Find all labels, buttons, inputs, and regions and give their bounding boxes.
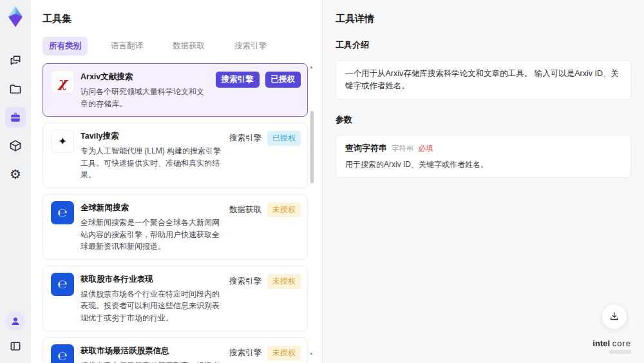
category-label: 搜索引擎 xyxy=(229,131,261,146)
sidebar-item-packages[interactable] xyxy=(5,135,26,156)
status-badge: 未授权 xyxy=(267,346,301,360)
tool-list-panel: 工具集 所有类别 语言翻译 数据获取 搜索引擎 χ Arxiv文献搜索 访问各个… xyxy=(31,0,322,363)
app-window: ⚙ 工 xyxy=(0,0,644,363)
sidebar-bottom xyxy=(5,311,26,357)
download-icon xyxy=(609,311,620,322)
core-logo-text: core xyxy=(612,338,631,348)
download-button[interactable] xyxy=(601,304,627,329)
tool-name: 获取股市各行业表现 xyxy=(80,274,223,285)
intel-core-logo: intel core xyxy=(592,338,631,354)
tool-name: 获取市场最活跃股票信息 xyxy=(80,346,223,357)
news-app-icon: ℮ xyxy=(51,201,74,224)
news-app-icon: ℮ xyxy=(51,344,74,363)
arxiv-icon: χ xyxy=(51,70,74,93)
intro-card: 一个用于从Arxiv存储库搜索科学论文和文章的工具。 输入可以是Arxiv ID… xyxy=(336,60,631,100)
tool-row-arxiv[interactable]: χ Arxiv文献搜索 访问各个研究领域大量科学论文和文章的存储库。 搜索引擎 … xyxy=(43,63,308,117)
toolbox-icon xyxy=(9,111,22,124)
news-app-icon: ℮ xyxy=(51,273,74,296)
tool-row-sector-performance[interactable]: ℮ 获取股市各行业表现 提供股票市场各个行业在特定时间段内的表现。投资者可以利用… xyxy=(43,266,308,331)
sidebar-item-toolbox[interactable] xyxy=(5,107,26,128)
sidebar-nav: ⚙ xyxy=(5,50,26,184)
panel-toggle-icon xyxy=(9,340,22,353)
tavily-sparkle-icon: ✦ xyxy=(51,130,74,153)
status-badge: 未授权 xyxy=(267,202,301,217)
page-title: 工具集 xyxy=(43,13,309,25)
intel-logo-text: intel xyxy=(592,338,610,348)
tab-all-categories[interactable]: 所有类别 xyxy=(43,37,88,55)
app-logo-gem-icon xyxy=(5,5,26,28)
user-avatar-button[interactable] xyxy=(6,311,25,331)
tool-description: 专为人工智能代理 (LLM) 构建的搜索引擎工具。可快速提供实时、准确和真实的结… xyxy=(80,145,223,181)
scroll-down-icon[interactable]: ▼ xyxy=(309,351,314,356)
tool-detail-panel: 工具详情 工具介绍 一个用于从Arxiv存储库搜索科学论文和文章的工具。 输入可… xyxy=(322,0,644,363)
tool-description: 提供股票市场各个行业在特定时间段内的表现。投资者可以利用这些信息来识别表现优于或… xyxy=(80,288,223,324)
category-badge[interactable]: 搜索引擎 xyxy=(216,72,260,88)
sidebar-item-chat[interactable] xyxy=(5,50,26,71)
tool-list: χ Arxiv文献搜索 访问各个研究领域大量科学论文和文章的存储库。 搜索引擎 … xyxy=(43,63,309,363)
gear-icon: ⚙ xyxy=(10,168,21,181)
sidebar-item-settings[interactable]: ⚙ xyxy=(5,164,26,184)
param-required-badge: 必填 xyxy=(419,144,433,153)
tab-data-fetching[interactable]: 数据获取 xyxy=(166,37,211,55)
category-label: 搜索引擎 xyxy=(229,346,261,360)
param-card: 查询字符串 字符串 必填 用于搜索的Arxiv ID、关键字或作者姓名。 xyxy=(336,135,631,178)
list-scrollbar[interactable]: ▲ ▼ xyxy=(310,64,314,361)
panel-toggle-button[interactable] xyxy=(5,336,26,357)
user-icon xyxy=(10,315,21,327)
param-name: 查询字符串 xyxy=(345,142,387,154)
detail-title: 工具详情 xyxy=(336,13,631,25)
chat-icon xyxy=(9,54,22,67)
tool-row-active-stocks[interactable]: ℮ 获取市场最活跃股票信息 提供当天交易量最高的股票列表，投资者可以利用这些信息… xyxy=(43,337,308,363)
tab-language-translation[interactable]: 语言翻译 xyxy=(104,37,149,55)
category-label: 数据获取 xyxy=(229,202,261,217)
tool-row-global-news[interactable]: ℮ 全球新闻搜索 全球新闻搜索是一个聚合全球各大新闻网站内容的搜索引擎，帮助用户… xyxy=(43,194,308,260)
intro-text: 一个用于从Arxiv存储库搜索科学论文和文章的工具。 输入可以是Arxiv ID… xyxy=(345,68,621,92)
scroll-up-icon[interactable]: ▲ xyxy=(309,64,314,69)
category-label: 搜索引擎 xyxy=(229,274,261,289)
tool-name: 全球新闻搜索 xyxy=(80,202,223,213)
params-heading: 参数 xyxy=(336,114,631,126)
category-tabs: 所有类别 语言翻译 数据获取 搜索引擎 xyxy=(43,37,309,55)
tool-name: Tavily搜索 xyxy=(80,131,223,142)
folder-icon xyxy=(9,83,22,95)
param-type: 字符串 xyxy=(392,144,414,153)
sidebar: ⚙ xyxy=(0,0,31,363)
intel-logo-subtext xyxy=(609,350,631,354)
status-badge[interactable]: 已授权 xyxy=(265,72,301,88)
tab-search-engine[interactable]: 搜索引擎 xyxy=(228,37,273,55)
cube-icon xyxy=(9,139,22,152)
tool-row-tavily[interactable]: ✦ Tavily搜索 专为人工智能代理 (LLM) 构建的搜索引擎工具。可快速提… xyxy=(43,123,308,188)
tool-name: Arxiv文献搜索 xyxy=(80,72,209,83)
status-badge: 未授权 xyxy=(267,274,301,289)
status-badge: 已授权 xyxy=(267,131,301,146)
tool-description: 提供当天交易量最高的股票列表，投资者可以利用这些信息来识别流动性强的股票和潜在的… xyxy=(80,360,223,363)
tool-description: 全球新闻搜索是一个聚合全球各大新闻网站内容的搜索引擎，帮助用户快速获取全球最新资… xyxy=(80,217,223,253)
intro-heading: 工具介绍 xyxy=(336,39,631,51)
scrollbar-thumb[interactable] xyxy=(310,111,314,183)
tool-description: 访问各个研究领域大量科学论文和文章的存储库。 xyxy=(80,86,209,110)
param-description: 用于搜索的Arxiv ID、关键字或作者姓名。 xyxy=(345,159,621,170)
sidebar-item-files[interactable] xyxy=(5,79,26,99)
